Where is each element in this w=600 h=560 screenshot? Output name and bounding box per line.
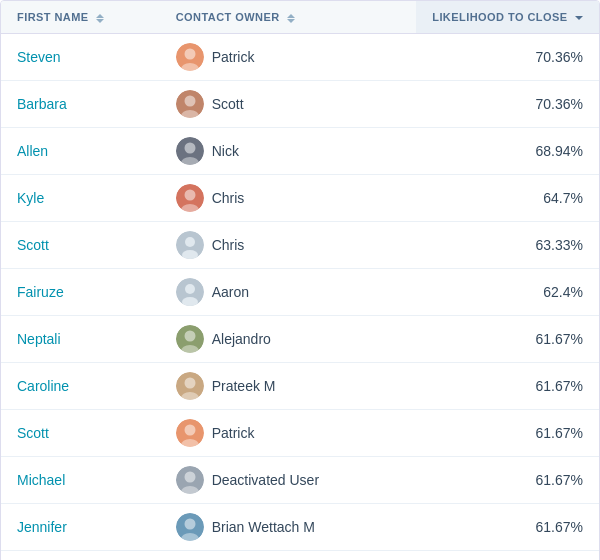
owner-inner: Alejandro	[176, 325, 401, 353]
likelihood-cell: 63.33%	[416, 222, 599, 269]
likelihood-value: 61.67%	[536, 425, 583, 441]
svg-point-4	[184, 96, 195, 107]
first-name-cell: Jennifer	[1, 504, 160, 551]
table-row: Neptali Alejandro61.67%	[1, 316, 599, 363]
likelihood-value: 62.4%	[543, 284, 583, 300]
col-header-likelihood[interactable]: LIKELIHOOD TO CLOSE	[416, 1, 599, 34]
avatar	[176, 231, 204, 259]
owner-inner: Deactivated User	[176, 466, 401, 494]
owner-cell: Alejandro	[160, 316, 417, 363]
first-name-cell: Scott	[1, 222, 160, 269]
likelihood-cell: 61.67%	[416, 363, 599, 410]
first-name-cell: Neptali	[1, 316, 160, 363]
avatar	[176, 278, 204, 306]
table-row: Caroline Prateek M61.67%	[1, 363, 599, 410]
sort-active-arrow	[575, 16, 583, 20]
owner-cell: Prateek M	[160, 363, 417, 410]
likelihood-cell: 70.36%	[416, 81, 599, 128]
likelihood-cell: 68.94%	[416, 128, 599, 175]
owner-name: Brian Wettach M	[212, 519, 315, 535]
owner-name: Deactivated User	[212, 472, 319, 488]
contacts-table: FIRST NAME CONTACT OWNER LIKELIHOOD TO C…	[0, 0, 600, 560]
svg-point-16	[185, 284, 195, 294]
col-likelihood-label: LIKELIHOOD TO CLOSE	[432, 11, 567, 23]
table-row: Allen Nick68.94%	[1, 128, 599, 175]
owner-name: Chris	[212, 237, 245, 253]
svg-point-31	[184, 519, 195, 530]
owner-cell: Kathambari	[160, 551, 417, 561]
avatar	[176, 43, 204, 71]
first-name-cell: Barbara	[1, 81, 160, 128]
avatar	[176, 419, 204, 447]
likelihood-value: 70.36%	[536, 49, 583, 65]
svg-point-13	[185, 237, 195, 247]
first-name-cell: Kyle	[1, 175, 160, 222]
first-name-link[interactable]: Scott	[17, 237, 49, 253]
owner-inner: Prateek M	[176, 372, 401, 400]
table-row: Barbara Scott70.36%	[1, 81, 599, 128]
likelihood-cell: 61.67%	[416, 410, 599, 457]
owner-inner: Chris	[176, 231, 401, 259]
likelihood-cell: 70.36%	[416, 34, 599, 81]
owner-inner: Chris	[176, 184, 401, 212]
likelihood-sort-icon	[575, 16, 583, 20]
first-name-link[interactable]: Barbara	[17, 96, 67, 112]
likelihood-cell: 61.67%	[416, 457, 599, 504]
first-name-cell: Allen	[1, 128, 160, 175]
likelihood-cell: 64.7%	[416, 175, 599, 222]
owner-name: Prateek M	[212, 378, 276, 394]
col-header-first-name[interactable]: FIRST NAME	[1, 1, 160, 34]
owner-name: Scott	[212, 96, 244, 112]
likelihood-value: 68.94%	[536, 143, 583, 159]
owner-cell: Deactivated User	[160, 457, 417, 504]
table-row: Vishal Kathambari61.66%	[1, 551, 599, 561]
likelihood-value: 61.67%	[536, 519, 583, 535]
first-name-link[interactable]: Scott	[17, 425, 49, 441]
col-header-contact-owner[interactable]: CONTACT OWNER	[160, 1, 417, 34]
owner-name: Nick	[212, 143, 239, 159]
svg-point-1	[184, 49, 195, 60]
first-name-link[interactable]: Steven	[17, 49, 61, 65]
owner-cell: Patrick	[160, 410, 417, 457]
first-name-link[interactable]: Fairuze	[17, 284, 64, 300]
svg-point-22	[184, 378, 195, 389]
likelihood-cell: 62.4%	[416, 269, 599, 316]
table-row: Fairuze Aaron62.4%	[1, 269, 599, 316]
svg-point-25	[184, 425, 195, 436]
owner-inner: Nick	[176, 137, 401, 165]
likelihood-value: 70.36%	[536, 96, 583, 112]
table-row: Kyle Chris64.7%	[1, 175, 599, 222]
first-name-cell: Michael	[1, 457, 160, 504]
owner-inner: Aaron	[176, 278, 401, 306]
table-header-row: FIRST NAME CONTACT OWNER LIKELIHOOD TO C…	[1, 1, 599, 34]
col-first-name-label: FIRST NAME	[17, 11, 89, 23]
owner-name: Chris	[212, 190, 245, 206]
table-row: Scott Chris63.33%	[1, 222, 599, 269]
likelihood-value: 63.33%	[536, 237, 583, 253]
first-name-link[interactable]: Neptali	[17, 331, 61, 347]
owner-name: Patrick	[212, 49, 255, 65]
first-name-link[interactable]: Kyle	[17, 190, 44, 206]
table-body: Steven Patrick70.36%Barbara Scott70.36%A…	[1, 34, 599, 561]
owner-name: Patrick	[212, 425, 255, 441]
col-owner-label: CONTACT OWNER	[176, 11, 280, 23]
likelihood-value: 61.67%	[536, 378, 583, 394]
likelihood-cell: 61.67%	[416, 504, 599, 551]
first-name-cell: Steven	[1, 34, 160, 81]
first-name-link[interactable]: Allen	[17, 143, 48, 159]
first-name-sort-icon	[96, 14, 104, 23]
first-name-cell: Vishal	[1, 551, 160, 561]
avatar	[176, 184, 204, 212]
first-name-link[interactable]: Michael	[17, 472, 65, 488]
likelihood-value: 61.67%	[536, 472, 583, 488]
sort-up-arrow	[96, 14, 104, 18]
owner-cell: Chris	[160, 222, 417, 269]
likelihood-cell: 61.66%	[416, 551, 599, 561]
first-name-link[interactable]: Jennifer	[17, 519, 67, 535]
first-name-cell: Caroline	[1, 363, 160, 410]
owner-cell: Nick	[160, 128, 417, 175]
svg-point-19	[184, 331, 195, 342]
first-name-link[interactable]: Caroline	[17, 378, 69, 394]
table-row: Jennifer Brian Wettach M61.67%	[1, 504, 599, 551]
owner-cell: Chris	[160, 175, 417, 222]
